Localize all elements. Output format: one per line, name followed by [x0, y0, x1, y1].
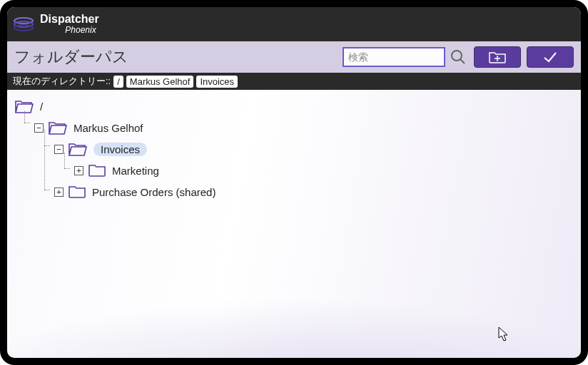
breadcrumb-bar: 現在のディレクトリー:: / Markus Gelhof Invoices: [7, 73, 581, 90]
tree-label-marketing: Marketing: [112, 165, 159, 177]
search-wrap: [343, 47, 468, 67]
svg-point-3: [452, 51, 462, 61]
check-icon: [541, 50, 559, 64]
tree-label-purchase-orders: Purchase Orders (shared): [92, 186, 216, 198]
app-window: Dispatcher Phoenix フォルダーパス: [0, 0, 588, 365]
tree-label-invoices: Invoices: [93, 143, 147, 156]
app-name-top: Dispatcher: [40, 14, 99, 26]
tree-node-markus[interactable]: − Markus Gelhof: [14, 117, 574, 138]
confirm-button[interactable]: [527, 46, 574, 68]
folder-tree: / − Markus Gelhof − Invoices +: [7, 90, 581, 358]
breadcrumb-label: 現在のディレクトリー::: [13, 75, 111, 88]
folder-closed-icon: [68, 185, 86, 199]
svg-line-4: [460, 59, 465, 63]
page-title: フォルダーパス: [14, 46, 337, 68]
breadcrumb-part-root[interactable]: /: [113, 76, 123, 88]
new-folder-button[interactable]: [474, 46, 521, 68]
breadcrumb-part-2[interactable]: Invoices: [196, 76, 238, 88]
titlebar: Dispatcher Phoenix: [7, 7, 581, 41]
app-name-bottom: Phoenix: [40, 26, 99, 35]
folder-closed-icon: [88, 163, 106, 178]
app-logo-icon: [13, 14, 34, 35]
search-icon: [450, 48, 467, 66]
tree-node-invoices[interactable]: − Invoices: [14, 138, 574, 160]
mouse-cursor-icon: [498, 327, 510, 342]
app-logo: Dispatcher Phoenix: [13, 14, 99, 35]
search-button[interactable]: [448, 47, 468, 67]
tree-node-purchase-orders[interactable]: + Purchase Orders (shared): [14, 181, 574, 202]
new-folder-icon: [488, 50, 507, 64]
toolbar: フォルダーパス: [7, 41, 581, 73]
tree-root-row[interactable]: /: [14, 96, 574, 117]
tree-toggle-purchase-orders[interactable]: +: [54, 187, 64, 197]
tree-toggle-markus[interactable]: −: [34, 123, 44, 133]
folder-open-icon: [48, 120, 68, 135]
tree-node-marketing[interactable]: + Marketing: [14, 160, 574, 181]
folder-open-icon: [68, 141, 88, 157]
breadcrumb-part-1[interactable]: Markus Gelhof: [126, 76, 194, 88]
tree-toggle-marketing[interactable]: +: [74, 166, 83, 175]
tree-label-markus: Markus Gelhof: [74, 122, 143, 134]
tree-root-label: /: [40, 101, 43, 113]
tree-toggle-invoices[interactable]: −: [54, 145, 64, 154]
search-input[interactable]: [343, 47, 445, 67]
